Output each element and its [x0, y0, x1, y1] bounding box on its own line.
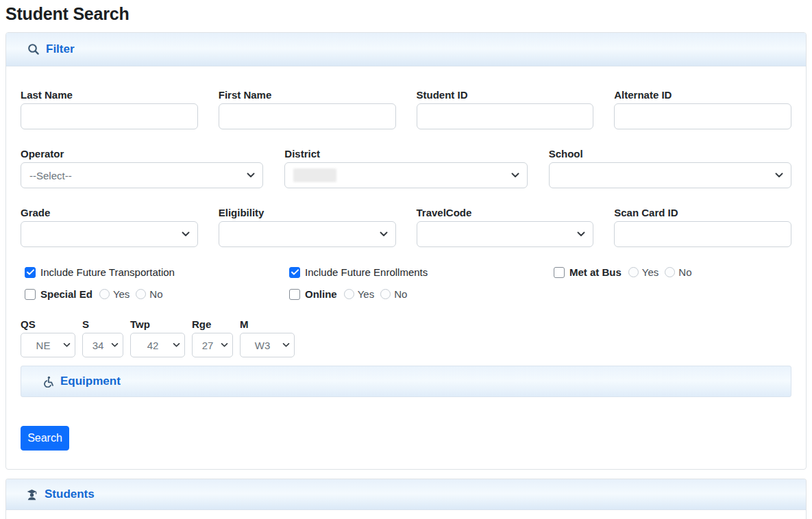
met-at-bus-yes-radio[interactable]: [628, 267, 639, 277]
students-panel: Students: [5, 479, 807, 519]
online-checkbox[interactable]: [289, 289, 300, 300]
page-title: Student Search: [5, 4, 807, 24]
operator-select[interactable]: --Select--: [21, 162, 263, 188]
online-yes-radio[interactable]: [344, 289, 354, 299]
operator-label: Operator: [21, 147, 263, 160]
s-label: S: [82, 318, 123, 331]
online-label: Online: [305, 288, 337, 300]
search-button[interactable]: Search: [21, 426, 69, 451]
school-select[interactable]: [549, 162, 791, 188]
alternate-id-input[interactable]: [614, 103, 791, 129]
scan-card-id-input[interactable]: [614, 221, 791, 247]
s-select[interactable]: 34: [82, 333, 123, 357]
m-label: M: [240, 318, 295, 331]
special-ed-checkbox[interactable]: [25, 289, 36, 300]
filter-body: Last Name First Name Student ID Alternat…: [6, 66, 806, 469]
met-at-bus-no-label: No: [678, 266, 691, 278]
last-name-label: Last Name: [21, 88, 198, 101]
district-select[interactable]: [284, 162, 527, 188]
special-ed-label: Special Ed: [40, 288, 93, 300]
rge-select[interactable]: 27: [192, 333, 233, 357]
equipment-header[interactable]: Equipment: [21, 366, 791, 397]
twp-select[interactable]: 42: [130, 333, 185, 357]
include-future-enrollments-group: Include Future Enrollments: [285, 266, 550, 278]
plss-row: QS NE S 34: [21, 318, 791, 357]
district-label: District: [284, 147, 527, 160]
special-ed-yes-radio[interactable]: [99, 289, 110, 299]
special-ed-no-label: No: [149, 288, 162, 300]
include-future-transportation-label: Include Future Transportation: [40, 266, 175, 278]
include-future-enrollments-checkbox[interactable]: [289, 267, 300, 278]
students-body: [6, 510, 806, 519]
m-select[interactable]: W3: [240, 333, 295, 357]
search-icon: [27, 43, 40, 55]
scan-card-id-label: Scan Card ID: [614, 206, 791, 219]
last-name-input[interactable]: [21, 103, 198, 129]
student-icon: [25, 489, 38, 501]
filter-panel: Filter Last Name First Name Student ID: [5, 32, 807, 470]
school-label: School: [549, 147, 791, 160]
students-header[interactable]: Students: [6, 479, 806, 510]
filter-row-3: Grade Eligibility: [21, 206, 791, 247]
include-future-transportation-checkbox[interactable]: [25, 267, 36, 278]
first-name-input[interactable]: [219, 103, 396, 129]
student-id-input[interactable]: [417, 103, 594, 129]
eligibility-label: Eligibility: [219, 206, 396, 219]
met-at-bus-group: Met at Bus Yes No: [550, 266, 692, 278]
filter-title: Filter: [46, 42, 75, 56]
special-ed-yes-label: Yes: [113, 288, 130, 300]
students-title: Students: [45, 488, 95, 501]
filter-header[interactable]: Filter: [6, 33, 806, 66]
filter-row-1: Last Name First Name Student ID Alternat…: [21, 88, 791, 129]
wheelchair-icon: [42, 376, 53, 388]
met-at-bus-no-radio[interactable]: [665, 267, 675, 277]
eligibility-select[interactable]: [219, 221, 396, 247]
travelcode-select[interactable]: [417, 221, 594, 247]
travelcode-label: TravelCode: [417, 206, 594, 219]
grade-select[interactable]: [21, 221, 198, 247]
met-at-bus-label: Met at Bus: [569, 266, 622, 278]
grade-label: Grade: [21, 206, 198, 219]
include-future-transportation-group: Include Future Transportation: [21, 266, 285, 278]
student-id-label: Student ID: [417, 88, 594, 101]
qs-label: QS: [21, 318, 75, 331]
met-at-bus-yes-label: Yes: [642, 266, 659, 278]
online-yes-label: Yes: [358, 288, 374, 300]
checkbox-row-2: Special Ed Yes No Online Yes: [21, 288, 791, 300]
online-no-label: No: [394, 288, 407, 300]
met-at-bus-checkbox[interactable]: [554, 267, 565, 278]
checkbox-row-1: Include Future Transportation Include Fu…: [21, 266, 791, 278]
rge-label: Rge: [192, 318, 233, 331]
filter-row-2: Operator --Select-- District: [21, 147, 791, 188]
twp-label: Twp: [130, 318, 185, 331]
qs-select[interactable]: NE: [21, 333, 75, 357]
special-ed-group: Special Ed Yes No: [21, 288, 285, 300]
special-ed-no-radio[interactable]: [136, 289, 146, 299]
page-container: Student Search Filter Last Name First Na…: [0, 4, 812, 519]
online-no-radio[interactable]: [380, 289, 391, 299]
equipment-title: Equipment: [60, 375, 121, 388]
alternate-id-label: Alternate ID: [614, 88, 791, 101]
include-future-enrollments-label: Include Future Enrollments: [305, 266, 428, 278]
online-group: Online Yes No: [285, 288, 550, 300]
first-name-label: First Name: [219, 88, 396, 101]
